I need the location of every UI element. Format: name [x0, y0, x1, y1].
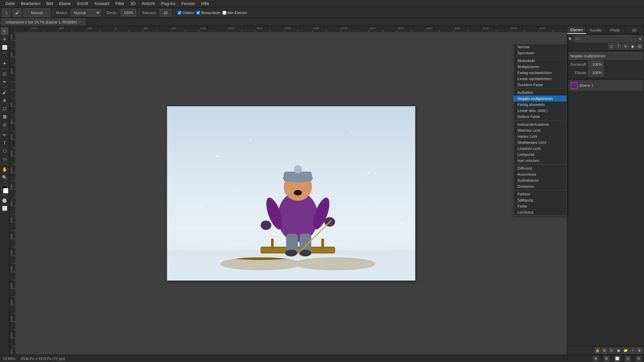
opacity-input[interactable] — [121, 9, 136, 16]
blend-farbton[interactable]: Farbton — [514, 191, 567, 197]
filter-icon-btn[interactable]: ▼ — [638, 36, 643, 42]
tool-zoom[interactable]: 🔍 — [1, 174, 8, 181]
home-button[interactable]: ⌂ — [2, 8, 11, 17]
menu-bearbeiten[interactable]: Bearbeiten — [18, 1, 43, 7]
adjacent-label: Benachbart — [201, 11, 220, 15]
blend-negativ-multiplizieren[interactable]: Negativ multiplizieren — [514, 96, 567, 102]
blend-luminanz[interactable]: Luminanz — [514, 209, 567, 215]
new-layer-group-btn[interactable]: ⊡ — [608, 43, 614, 49]
new-adjustment-btn[interactable]: fx — [623, 43, 629, 49]
menu-fenster[interactable]: Fenster — [179, 1, 198, 7]
blend-abdunkeln[interactable]: Abdunkeln — [514, 58, 567, 64]
new-fill-layer-btn[interactable]: T — [615, 43, 622, 49]
blend-sprenkeln[interactable]: Sprenkeln — [514, 50, 567, 56]
menu-ebene[interactable]: Ebene — [56, 1, 73, 7]
blend-mode-select[interactable]: Negativ multiplizieren — [569, 52, 643, 60]
tool-pen[interactable]: ✏ — [1, 131, 8, 138]
blend-lineares-licht[interactable]: Lineares Licht — [514, 145, 567, 152]
menu-3d[interactable]: 3D — [128, 1, 138, 7]
tool-path[interactable]: ⬡ — [1, 147, 8, 155]
layer-search-input[interactable] — [574, 36, 636, 42]
blend-ausschluss[interactable]: Ausschluss — [514, 171, 567, 177]
panel-tab-ebenen[interactable]: Ebenen — [567, 26, 586, 34]
blend-saettigung[interactable]: Sättigung — [514, 197, 567, 203]
delete-layer-btn[interactable]: 🗑 — [637, 348, 643, 354]
blend-linear-abw[interactable]: Linear abw. (Add.) — [514, 108, 567, 114]
fx-btn[interactable]: fx — [608, 348, 614, 354]
blend-dunklere-farbe[interactable]: Dunklere Farbe — [514, 82, 567, 88]
panel-tab-3d[interactable]: 3D — [625, 26, 644, 34]
blend-differenz[interactable]: Differenz — [514, 165, 567, 171]
canvas-container[interactable] — [15, 32, 567, 355]
menu-filter[interactable]: Filter — [113, 1, 127, 7]
mask-btn[interactable]: ◼ — [630, 43, 636, 49]
tool-lasso[interactable]: ⌒ — [1, 52, 8, 59]
all-layers-checkbox[interactable] — [222, 11, 226, 15]
adjacent-checkbox[interactable] — [196, 11, 200, 15]
blend-linear-nachbelichten[interactable]: Linear nachbelichten — [514, 76, 567, 82]
blend-farbe[interactable]: Farbe — [514, 203, 567, 209]
tool-eyedropper[interactable]: ✒ — [1, 78, 8, 85]
tool-move[interactable]: ✛ — [1, 36, 8, 43]
panel-tab-kanaele[interactable]: Kanäle — [586, 26, 605, 34]
tool-crop[interactable]: ⊡ — [1, 70, 8, 77]
tool-brush[interactable]: 🖌 — [1, 88, 8, 96]
blend-weiches-licht[interactable]: Weiches Licht — [514, 127, 567, 133]
mask-add-btn[interactable]: ◼ — [615, 348, 622, 354]
tool-gradient[interactable]: ▦ — [1, 113, 8, 120]
blend-subtrahieren[interactable]: Subtrahieren — [514, 177, 567, 183]
tool-stamp[interactable]: ⊕ — [1, 97, 8, 104]
tool-shape[interactable]: ▭ — [1, 155, 8, 163]
status-icon-5[interactable]: ⊕ — [636, 356, 641, 361]
blend-lichtpunkt[interactable]: Lichtpunkt — [514, 152, 567, 158]
folder-btn[interactable]: 📁 — [623, 348, 629, 354]
blend-dividieren[interactable]: Dividieren — [514, 183, 567, 189]
menu-auswahl[interactable]: Auswahl — [92, 1, 112, 7]
tool-preset-button[interactable]: 🖌 — [13, 8, 21, 17]
tool-dodge[interactable]: ◎ — [1, 121, 8, 128]
menu-bild[interactable]: Bild — [44, 1, 56, 7]
menu-ansicht[interactable]: Ansicht — [139, 1, 157, 7]
tool-hand[interactable]: ✋ — [1, 166, 8, 173]
smoothing-checkbox[interactable] — [177, 11, 181, 15]
screen-mode[interactable]: ⬜ — [1, 204, 8, 212]
tool-eraser[interactable]: ◻ — [1, 105, 8, 112]
status-icon-4[interactable]: ⊡ — [625, 356, 631, 361]
blend-farbig-abwedeln[interactable]: Farbig abwedeln — [514, 102, 567, 108]
background-color[interactable] — [3, 188, 8, 193]
blend-hellere-farbe[interactable]: Hellere Farbe — [514, 114, 567, 120]
blend-strahlendes-licht[interactable]: Strahlendes Licht — [514, 139, 567, 145]
quick-mask[interactable]: ⬤ — [1, 196, 8, 204]
link-layers-btn[interactable]: ⛓ — [601, 348, 607, 354]
status-icon-1[interactable]: ⊕ — [593, 356, 598, 361]
tool-magic-wand[interactable]: ✦ — [1, 60, 8, 67]
tolerance-input[interactable] — [160, 9, 172, 16]
status-icon-2[interactable]: ⊞ — [604, 356, 609, 361]
blend-normal[interactable]: Normal — [514, 44, 567, 50]
tab-close-button[interactable]: × — [79, 20, 81, 24]
tool-text[interactable]: T — [1, 139, 8, 146]
opacity-blend-input[interactable] — [588, 61, 603, 68]
blend-aufhellen[interactable]: Aufhellen — [514, 89, 567, 96]
blend-ineinanderkopieren[interactable]: Ineinanderkopieren — [514, 121, 567, 127]
menu-schrift[interactable]: Schrift — [74, 1, 91, 7]
menu-plugins[interactable]: Plug-ins — [158, 1, 178, 7]
lock-icon-btn[interactable]: 🔒 — [594, 348, 600, 354]
link-btn[interactable]: ⛓ — [637, 43, 643, 49]
menu-hilfe[interactable]: Hilfe — [199, 1, 212, 7]
status-icon-3[interactable]: ⬜ — [614, 356, 620, 361]
fill-blend-input[interactable] — [588, 69, 603, 76]
blend-hartes-licht[interactable]: Hartes Licht — [514, 133, 567, 139]
document-tab[interactable]: Unbenannt-1 bei 19,7% (Ebene 1, RGB/8#) … — [1, 18, 85, 26]
layer-item-1[interactable]: Ebene 1 — [569, 80, 643, 90]
menu-datei[interactable]: Datei — [3, 1, 17, 7]
blend-multiplizieren[interactable]: Multiplizieren — [514, 64, 567, 70]
tool-marquee[interactable]: ⬜ — [1, 44, 8, 51]
tool-select[interactable]: ↖ — [1, 27, 8, 35]
new-layer-btn[interactable]: + — [630, 348, 636, 354]
blend-hart-mischen[interactable]: Hart mischen — [514, 158, 567, 164]
modus-select[interactable]: Normal — [71, 9, 101, 16]
blend-farbig-nachbelichten[interactable]: Farbig nachbelichten — [514, 70, 567, 76]
vordergrund-button[interactable]: Normal — [23, 8, 50, 17]
panel-tab-pfade[interactable]: Pfade — [606, 26, 625, 34]
